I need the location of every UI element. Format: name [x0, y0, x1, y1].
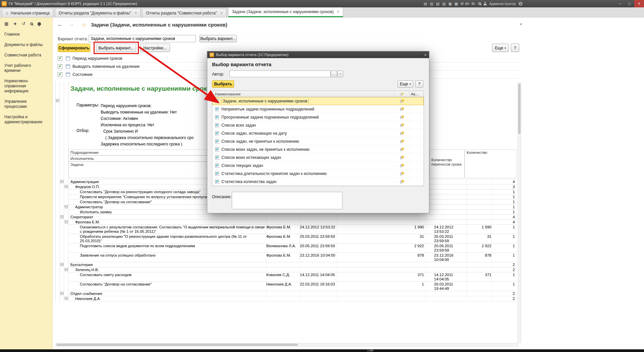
column-header-mark[interactable]: [394, 91, 409, 97]
tab-close-icon[interactable]: ×: [135, 11, 137, 15]
variant-list-item[interactable]: Список моих истекающих задач: [212, 153, 424, 162]
dialog-close-button[interactable]: ×: [424, 52, 427, 57]
collapse-icon[interactable]: [60, 263, 63, 266]
forward-button[interactable]: →: [68, 21, 74, 28]
maximize-button[interactable]: □: [625, 0, 634, 7]
taskbar[interactable]: 1 420: [0, 349, 644, 352]
horizontal-scrollbar-thumb[interactable]: [56, 344, 298, 346]
filter-line: Срок Заполнено И: [103, 128, 194, 135]
report-row[interactable]: Согласовать смету расходов Ковалев С.Д. …: [68, 272, 517, 282]
collapse-icon[interactable]: [65, 297, 68, 300]
search-icon[interactable]: [30, 23, 33, 25]
menu-grid-icon[interactable]: ▦: [4, 21, 8, 26]
variant-list-item[interactable]: Список задач, истекающих на дату: [212, 129, 424, 137]
variant-list-item[interactable]: Список задач, не принятых к исполнению: [212, 137, 424, 145]
collapse-icon[interactable]: [65, 205, 68, 208]
collapse-icon[interactable]: [56, 99, 59, 102]
user-name[interactable]: Администратор: [489, 2, 516, 6]
collapse-icon[interactable]: [60, 215, 63, 218]
save-icon[interactable]: ▤: [424, 2, 427, 6]
tab[interactable]: Отчеты раздела "Совместная работа" ×: [142, 8, 226, 17]
sidebar-item[interactable]: Учет рабочего времени: [0, 60, 52, 76]
horizontal-scrollbar[interactable]: [55, 343, 518, 347]
collapse-icon[interactable]: [60, 180, 63, 183]
variant-list-item[interactable]: Список моих задач, не принятых к исполне…: [212, 145, 424, 153]
column-header-author[interactable]: Ав...: [409, 91, 424, 97]
shared-variant-cell: [394, 179, 409, 184]
memory-button[interactable]: M: [461, 2, 463, 6]
dialog-more-button[interactable]: Еще ▾: [397, 80, 413, 88]
collapse-icon[interactable]: [60, 292, 63, 295]
sidebar-item[interactable]: Настройка и администрирование: [0, 112, 52, 127]
memory-button[interactable]: M+: [465, 2, 470, 6]
report-row[interactable]: Николаев Д.А. 2: [68, 296, 517, 301]
collapse-icon[interactable]: [65, 185, 68, 188]
variant-input[interactable]: [89, 35, 196, 42]
author-input[interactable]: [229, 71, 331, 77]
history-icon[interactable]: ↺: [22, 21, 25, 26]
tab-close-icon[interactable]: ×: [220, 11, 223, 15]
sidebar-item[interactable]: Главное: [0, 29, 52, 40]
form-close-button[interactable]: ×: [520, 21, 522, 27]
report-row[interactable]: Ознакомиться с результатом согласования:…: [68, 225, 517, 234]
calendar-icon[interactable]: ▦: [448, 2, 452, 6]
tab[interactable]: Отчеты раздела "Документы и файлы" ×: [55, 8, 141, 17]
dialog-help-button[interactable]: ?: [415, 80, 423, 88]
report-row[interactable]: Фролова Е.М. 4: [68, 220, 517, 225]
favorites-star-icon[interactable]: ★: [13, 21, 17, 26]
back-button[interactable]: ←: [57, 21, 63, 28]
favorite-star-button[interactable]: ☆: [82, 21, 86, 28]
zoom-icon[interactable]: [478, 2, 481, 5]
tab[interactable]: ⌂ Начальная страница: [2, 8, 53, 17]
info-icon[interactable]: i: [519, 2, 523, 6]
generate-button[interactable]: Сформировать: [58, 44, 90, 52]
report-row[interactable]: Согласовать "Договор на согласование" Ни…: [68, 282, 517, 291]
variant-list-item[interactable]: Статистика длительности принятия задач к…: [212, 170, 424, 178]
more-button[interactable]: Еще ▾: [492, 44, 509, 52]
sidebar-item[interactable]: Совместная работа: [0, 50, 52, 60]
setting-checkbox[interactable]: ✓: [58, 56, 62, 61]
print-icon[interactable]: ▥: [430, 2, 433, 6]
report-row[interactable]: Заявление на отпуск успешно обработано Ф…: [68, 253, 517, 262]
report-row[interactable]: Зеленец Н.В. 2: [68, 267, 517, 272]
variant-list-item[interactable]: Список текущих задач: [212, 162, 424, 170]
tab-close-icon[interactable]: ×: [337, 9, 339, 14]
description-box[interactable]: [232, 192, 342, 209]
report-row[interactable]: Секретариат 4: [68, 215, 517, 220]
sidebar-item[interactable]: Документы и файлы: [0, 40, 52, 50]
report-row[interactable]: Отдел снабжения 2: [68, 291, 517, 296]
variant-list-item[interactable]: Просроченные задачи подчиненных подразде…: [212, 113, 424, 121]
setting-checkbox[interactable]: ✓: [58, 64, 62, 69]
report-row[interactable]: Подготовить список видов документов по в…: [68, 244, 517, 253]
vertical-scrollbar-thumb[interactable]: [518, 84, 521, 134]
close-button[interactable]: ×: [634, 0, 644, 7]
report-row[interactable]: Обработать резолюцию "О реконструкция зд…: [68, 234, 517, 244]
report-row[interactable]: Бухгалтерия 2: [68, 262, 517, 267]
minimize-button[interactable]: –: [615, 0, 625, 7]
collapse-icon[interactable]: [65, 220, 68, 223]
help-button[interactable]: ?: [511, 44, 519, 52]
author-pick-button[interactable]: ...: [331, 71, 337, 77]
sidebar-item[interactable]: Управление процессами: [0, 96, 52, 112]
variant-list-item[interactable]: Непринятые задачи подчиненных подразделе…: [212, 105, 424, 113]
variant-select-top-button[interactable]: Выбрать вариант...: [199, 35, 237, 42]
variant-list-item[interactable]: Список всех задач: [212, 121, 424, 129]
memory-button[interactable]: M-: [472, 2, 476, 6]
copy-icon[interactable]: ▨: [442, 2, 445, 6]
collapse-icon[interactable]: [65, 268, 68, 271]
sidebar-item[interactable]: Нормативно-справочная информация: [0, 76, 52, 96]
column-header-name[interactable]: Наименование: [212, 92, 394, 96]
variant-list-item[interactable]: Статистика количества задач: [212, 178, 424, 186]
setting-checkbox[interactable]: ✓: [58, 72, 62, 77]
variant-list-item[interactable]: Задачи, исполненные с нарушениями сроков: [212, 97, 424, 105]
vertical-scrollbar[interactable]: [518, 82, 521, 343]
tab[interactable]: Задачи (Задачи, исполненные с нарушениям…: [228, 7, 343, 17]
calculator-icon[interactable]: ▩: [454, 2, 458, 6]
description-label: Описание:: [212, 194, 232, 199]
settings-button[interactable]: Настройки...: [140, 44, 170, 52]
print-preview-icon[interactable]: ▧: [436, 2, 439, 6]
author-clear-button[interactable]: ×: [337, 71, 343, 77]
dialog-select-button[interactable]: Выбрать: [212, 80, 234, 88]
cell-deadline: 20.05.2011 23:59:59: [300, 244, 337, 253]
notifications-bell-icon[interactable]: [38, 22, 41, 25]
